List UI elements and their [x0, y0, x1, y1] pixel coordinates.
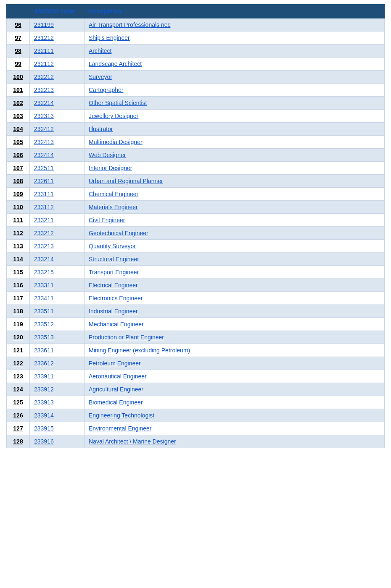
row-occupation: Agricultural Engineer: [85, 383, 385, 396]
code-link[interactable]: 233913: [34, 399, 54, 406]
code-link[interactable]: 232112: [34, 60, 54, 67]
code-link[interactable]: 233512: [34, 321, 54, 328]
occupation-link[interactable]: Web Designer: [89, 152, 126, 158]
code-link[interactable]: 233212: [34, 230, 54, 236]
row-number: 119: [7, 318, 30, 331]
anzsco-table: ANZSCO code Occupation 96231199Air Trans…: [6, 4, 385, 448]
row-occupation: Transport Engineer: [85, 266, 385, 279]
occupation-link[interactable]: Surveyor: [89, 74, 112, 80]
row-number: 109: [7, 188, 30, 201]
occupation-link[interactable]: Transport Engineer: [89, 269, 139, 276]
occupation-link[interactable]: Urban and Regional Planner: [89, 178, 163, 184]
occupation-link[interactable]: Production or Plant Engineer: [89, 334, 164, 341]
code-link[interactable]: 233211: [34, 217, 54, 223]
code-link[interactable]: 233513: [34, 334, 54, 341]
code-link[interactable]: 233914: [34, 412, 54, 419]
occupation-link[interactable]: Environmental Engineer: [89, 425, 151, 432]
code-link[interactable]: 233511: [34, 308, 54, 315]
occupation-link[interactable]: Mechanical Engineer: [89, 321, 144, 328]
occupation-link[interactable]: Cartographer: [89, 87, 124, 93]
code-link[interactable]: 231199: [34, 21, 54, 28]
code-link[interactable]: 232412: [34, 126, 54, 132]
code-link[interactable]: 233111: [34, 191, 54, 197]
row-code: 233513: [30, 331, 85, 344]
occupation-link[interactable]: Quantity Surveyor: [89, 243, 136, 249]
row-code: 233512: [30, 318, 85, 331]
occupation-link[interactable]: Materials Engineer: [89, 204, 138, 210]
code-link[interactable]: 233611: [34, 347, 54, 354]
code-link[interactable]: 233911: [34, 373, 54, 380]
code-link[interactable]: 232313: [34, 113, 54, 119]
table-row: 99232112Landscape Architect: [7, 58, 385, 71]
header-occupation: Occupation: [85, 5, 385, 18]
code-link[interactable]: 233915: [34, 425, 54, 432]
header-occupation-link[interactable]: Occupation: [89, 8, 121, 15]
code-link[interactable]: 233215: [34, 269, 54, 276]
occupation-link[interactable]: Other Spatial Scientist: [89, 100, 147, 106]
row-number: 120: [7, 331, 30, 344]
code-link[interactable]: 231212: [34, 34, 54, 41]
occupation-link[interactable]: Petroleum Engineer: [89, 360, 141, 367]
occupation-link[interactable]: Biomedical Engineer: [89, 399, 143, 406]
occupation-link[interactable]: Civil Engineer: [89, 217, 125, 223]
occupation-link[interactable]: Mining Engineer (excluding Petroleum): [89, 347, 190, 354]
row-code: 233311: [30, 279, 85, 292]
code-link[interactable]: 232413: [34, 139, 54, 145]
row-code: 233913: [30, 396, 85, 409]
occupation-link[interactable]: Industrial Engineer: [89, 308, 138, 315]
occupation-link[interactable]: Ship's Engineer: [89, 34, 130, 41]
code-link[interactable]: 233912: [34, 386, 54, 393]
code-link[interactable]: 232414: [34, 152, 54, 158]
row-code: 233213: [30, 240, 85, 253]
code-link[interactable]: 232111: [34, 47, 54, 54]
occupation-link[interactable]: Naval Architect \ Marine Designer: [89, 438, 176, 445]
code-link[interactable]: 233311: [34, 282, 54, 289]
row-number: 118: [7, 305, 30, 318]
occupation-link[interactable]: Structural Engineer: [89, 256, 139, 262]
row-occupation: Multimedia Designer: [85, 136, 385, 149]
occupation-link[interactable]: Illustrator: [89, 126, 113, 132]
occupation-link[interactable]: Aeronautical Engineer: [89, 373, 147, 380]
occupation-link[interactable]: Air Transport Professionals nec: [89, 21, 171, 28]
occupation-link[interactable]: Electronics Engineer: [89, 295, 143, 302]
row-occupation: Illustrator: [85, 123, 385, 136]
row-number: 110: [7, 201, 30, 214]
row-code: 233212: [30, 227, 85, 240]
occupation-link[interactable]: Electrical Engineer: [89, 282, 138, 289]
occupation-link[interactable]: Geotechnical Engineer: [89, 230, 148, 236]
occupation-link[interactable]: Jewellery Designer: [89, 113, 138, 119]
occupation-link[interactable]: Engineering Technologist: [89, 412, 154, 419]
row-number: 117: [7, 292, 30, 305]
code-link[interactable]: 233213: [34, 243, 54, 249]
row-code: 232414: [30, 149, 85, 162]
header-code-link[interactable]: ANZSCO code: [34, 8, 74, 15]
table-row: 126233914Engineering Technologist: [7, 409, 385, 422]
occupation-link[interactable]: Chemical Engineer: [89, 191, 138, 197]
code-link[interactable]: 232511: [34, 165, 54, 171]
table-row: 96231199Air Transport Professionals nec: [7, 18, 385, 32]
occupation-link[interactable]: Agricultural Engineer: [89, 386, 143, 393]
table-row: 101232213Cartographer: [7, 84, 385, 97]
table-row: 118233511Industrial Engineer: [7, 305, 385, 318]
table-row: 107232511Interior Designer: [7, 162, 385, 175]
code-link[interactable]: 233112: [34, 204, 54, 210]
occupation-link[interactable]: Interior Designer: [89, 165, 132, 171]
table-row: 119233512Mechanical Engineer: [7, 318, 385, 331]
code-link[interactable]: 232212: [34, 74, 54, 80]
code-link[interactable]: 233612: [34, 360, 54, 367]
code-link[interactable]: 233916: [34, 438, 54, 445]
occupation-link[interactable]: Architect: [89, 47, 111, 54]
code-link[interactable]: 233411: [34, 295, 54, 302]
code-link[interactable]: 232214: [34, 100, 54, 106]
table-header-row: ANZSCO code Occupation: [7, 5, 385, 18]
code-link[interactable]: 233214: [34, 256, 54, 262]
row-code: 232412: [30, 123, 85, 136]
row-number: 107: [7, 162, 30, 175]
code-link[interactable]: 232213: [34, 87, 54, 93]
code-link[interactable]: 232611: [34, 178, 54, 184]
table-row: 106232414Web Designer: [7, 149, 385, 162]
occupation-link[interactable]: Landscape Architect: [89, 60, 142, 67]
occupation-link[interactable]: Multimedia Designer: [89, 139, 143, 145]
row-number: 97: [7, 32, 30, 45]
row-number: 122: [7, 357, 30, 370]
